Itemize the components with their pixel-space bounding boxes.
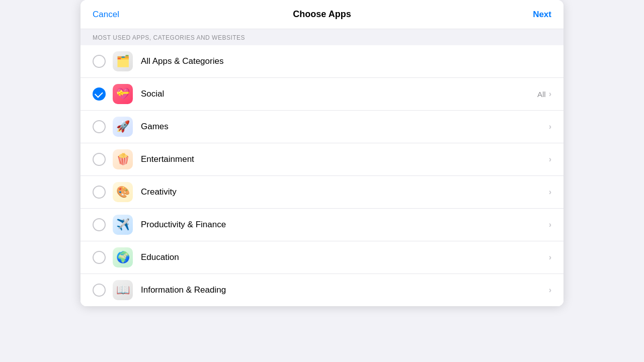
- list-item[interactable]: 🎨Creativity›: [80, 176, 564, 209]
- item-label: Productivity & Finance: [141, 220, 549, 230]
- item-label: Games: [141, 122, 549, 132]
- chevron-right-icon: ›: [549, 253, 551, 262]
- item-label: Social: [141, 89, 537, 99]
- radio-button[interactable]: [93, 153, 106, 166]
- list-item[interactable]: 🍿Entertainment›: [80, 143, 564, 176]
- chevron-right-icon: ›: [549, 122, 551, 131]
- app-icon: 🚀: [113, 117, 133, 137]
- list-item[interactable]: 🌍Education›: [80, 241, 564, 274]
- chevron-right-icon: ›: [549, 155, 551, 164]
- app-icon: 🎨: [113, 182, 133, 202]
- app-icon: 🗂️: [113, 51, 133, 71]
- list-item[interactable]: 🚀Games›: [80, 111, 564, 143]
- radio-button[interactable]: [93, 218, 106, 231]
- item-label: Information & Reading: [141, 285, 549, 295]
- chevron-right-icon: ›: [549, 188, 551, 197]
- app-icon: ✈️: [113, 215, 133, 235]
- radio-button[interactable]: [93, 186, 106, 199]
- chevron-right-icon: ›: [549, 286, 551, 295]
- app-icon: 🍿: [113, 149, 133, 169]
- radio-button[interactable]: [93, 87, 106, 101]
- item-label: Education: [141, 252, 549, 262]
- header: Cancel Choose Apps Next: [80, 0, 564, 29]
- app-icon: 🌍: [113, 247, 133, 267]
- list-container: 🗂️All Apps & Categories💝SocialAll›🚀Games…: [80, 45, 564, 306]
- radio-button[interactable]: [93, 120, 106, 133]
- item-label: All Apps & Categories: [141, 56, 551, 66]
- list-item[interactable]: 🗂️All Apps & Categories: [80, 45, 564, 78]
- radio-button[interactable]: [93, 284, 106, 297]
- list-item[interactable]: 📖Information & Reading›: [80, 274, 564, 306]
- list-item[interactable]: ✈️Productivity & Finance›: [80, 209, 564, 241]
- item-meta: All: [537, 90, 546, 99]
- page-title: Choose Apps: [133, 9, 511, 20]
- modal-container: Cancel Choose Apps Next MOST USED APPS, …: [80, 0, 564, 306]
- next-button[interactable]: Next: [511, 10, 551, 20]
- item-label: Creativity: [141, 187, 549, 197]
- chevron-right-icon: ›: [549, 89, 551, 99]
- list-item[interactable]: 💝SocialAll›: [80, 78, 564, 111]
- cancel-button[interactable]: Cancel: [93, 10, 133, 20]
- item-label: Entertainment: [141, 154, 549, 164]
- radio-button[interactable]: [93, 55, 106, 68]
- radio-button[interactable]: [93, 251, 106, 264]
- app-icon: 💝: [113, 84, 133, 104]
- section-header: MOST USED APPS, CATEGORIES AND WEBSITES: [80, 29, 564, 45]
- app-icon: 📖: [113, 280, 133, 300]
- chevron-right-icon: ›: [549, 220, 551, 229]
